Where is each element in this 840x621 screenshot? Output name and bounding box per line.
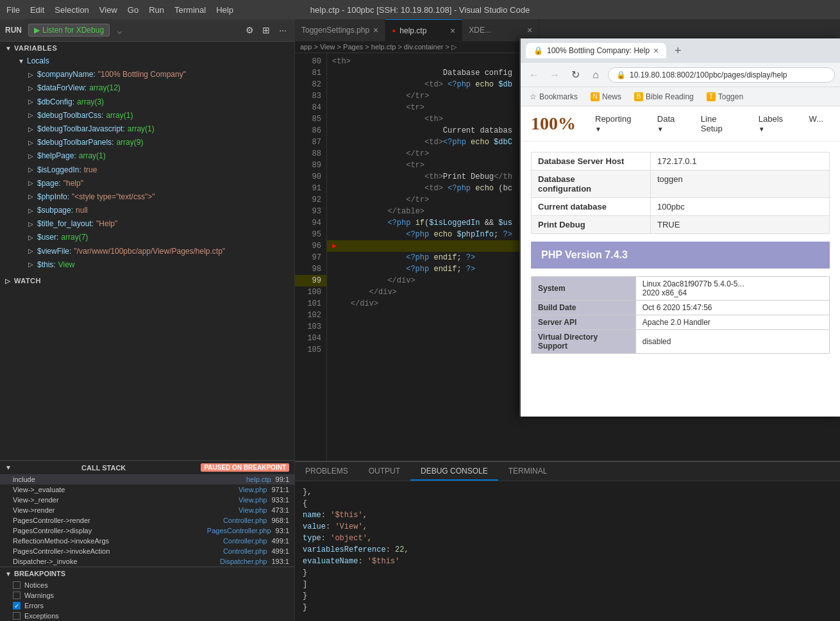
run-label: RUN [5, 26, 22, 35]
ln-105: 105 [295, 344, 326, 356]
ln-99: 99 [295, 275, 326, 286]
menu-go[interactable]: Go [128, 5, 139, 15]
breakpoints-expand-icon: ▼ [5, 570, 12, 577]
bp-errors[interactable]: ✓ Errors [0, 600, 294, 611]
var-item-8[interactable]: ▷ $page: "help" [0, 177, 294, 190]
expand-icon: ▷ [28, 124, 35, 135]
ln-101: 101 [295, 298, 326, 310]
bottom-tab-bar: PROBLEMS OUTPUT DEBUG CONSOLE TERMINAL [295, 462, 840, 481]
stack-item-7[interactable]: PagesController->invokeAction Controller… [0, 546, 294, 556]
menu-file[interactable]: File [6, 5, 20, 15]
var-item-13[interactable]: ▷ $viewFile: "/var/www/100pbc/app/View/P… [0, 245, 294, 258]
expand-icon: ▷ [28, 192, 35, 202]
browser-tab-close-btn[interactable]: × [653, 46, 659, 56]
stack-item-0[interactable]: include help.ctp 99:1 [0, 474, 294, 484]
tab-close-help[interactable]: × [450, 26, 455, 36]
tab-close-toggen[interactable]: × [373, 25, 378, 35]
main-layout: RUN ▶ Listen for XDebug ⌄ ⚙ ⊞ ··· ▼ VARI… [0, 19, 840, 621]
var-item-10[interactable]: ▷ $subpage: null [0, 204, 294, 217]
sys-key-1: Build Date [532, 301, 636, 315]
new-tab-button[interactable]: + [670, 43, 685, 58]
menu-selection[interactable]: Selection [55, 5, 88, 15]
stack-item-4[interactable]: PagesController->render Controller.php 9… [0, 515, 294, 526]
tab-toggen-settings[interactable]: ToggenSettings.php × [295, 19, 385, 41]
ln-104: 104 [295, 333, 326, 344]
forward-button[interactable]: → [546, 67, 563, 83]
menu-terminal[interactable]: Terminal [174, 5, 206, 15]
var-item-11[interactable]: ▷ $title_for_layout: "Help" [0, 217, 294, 231]
chevron-down-icon[interactable]: ⌄ [115, 23, 124, 37]
stack-item-2[interactable]: View->_render View.php 933:1 [0, 495, 294, 505]
var-item-9[interactable]: ▷ $phpInfo: "<style type="text/css">" [0, 190, 294, 204]
bible-bookmark-icon: B [634, 92, 643, 101]
var-item-0[interactable]: ▷ $companyName: "100% Bottling Company" [0, 68, 294, 81]
stack-item-3[interactable]: View->render View.php 473:1 [0, 505, 294, 515]
nav-line-setup[interactable]: Line Setup [694, 112, 747, 136]
browser-content: 100% Reporting Data Line Setup Labels W.… [521, 106, 840, 417]
call-stack-header[interactable]: ▼ CALL STACK PAUSED ON BREAKPOINT [0, 461, 294, 474]
stack-item-5[interactable]: PagesController->display PagesController… [0, 526, 294, 536]
bookmark-bible[interactable]: B Bible Reading [630, 91, 698, 103]
home-button[interactable]: ⌂ [587, 67, 604, 83]
more-icon[interactable]: ··· [276, 24, 289, 37]
browser-active-tab[interactable]: 🔒 100% Bottling Company: Help × [526, 43, 666, 58]
db-server-label: Database Server Host [532, 153, 651, 170]
var-item-1[interactable]: ▷ $dataForView: array(12) [0, 81, 294, 95]
tab-output[interactable]: OUTPUT [358, 462, 410, 481]
bookmark-bookmarks[interactable]: ☆ Bookmarks [526, 91, 582, 103]
view-icon[interactable]: ⊞ [260, 24, 273, 37]
bookmark-news[interactable]: N News [587, 91, 625, 103]
var-item-6[interactable]: ▷ $helpPage: array(1) [0, 149, 294, 163]
expand-icon: ▷ [28, 83, 35, 94]
breakpoints-header[interactable]: ▼ BREAKPOINTS [0, 567, 294, 580]
tab-debug-console[interactable]: DEBUG CONSOLE [410, 462, 498, 481]
tab-terminal[interactable]: TERMINAL [498, 462, 558, 481]
nav-labels[interactable]: Labels [752, 112, 798, 136]
bp-notices-checkbox[interactable] [13, 581, 21, 589]
back-button[interactable]: ← [526, 67, 542, 83]
variables-header[interactable]: ▼ VARIABLES [0, 42, 294, 54]
system-info-table: System Linux 20ac81f9077b 5.4.0-5...2020… [531, 276, 830, 354]
bookmark-toggen[interactable]: T Toggen [703, 91, 747, 103]
nav-reporting[interactable]: Reporting [589, 112, 646, 136]
run-debug-button[interactable]: ▶ Listen for XDebug [28, 24, 110, 37]
tab-close-xde[interactable]: × [527, 25, 532, 35]
sys-key-3: Virtual Directory Support [532, 330, 636, 354]
ln-100: 100 [295, 286, 326, 298]
bottom-panel: PROBLEMS OUTPUT DEBUG CONSOLE TERMINAL }… [295, 461, 840, 621]
expand-icon: ▷ [28, 260, 35, 270]
bp-exceptions[interactable]: Exceptions [0, 611, 294, 621]
refresh-button[interactable]: ↻ [567, 67, 584, 83]
tab-help-ctp[interactable]: ● help.ctp × [385, 19, 462, 41]
var-item-7[interactable]: ▷ $isLoggedIn: true [0, 163, 294, 177]
watch-header[interactable]: ▷ WATCH [0, 274, 294, 287]
menu-run[interactable]: Run [149, 5, 164, 15]
menu-bar[interactable]: File Edit Selection View Go Run Terminal… [6, 5, 233, 15]
settings-icon[interactable]: ⚙ [243, 24, 256, 37]
var-item-12[interactable]: ▷ $user: array(7) [0, 231, 294, 244]
var-item-3[interactable]: ▷ $debugToolbarCss: array(1) [0, 109, 294, 122]
tab-xde[interactable]: XDE... × [462, 19, 539, 41]
menu-view[interactable]: View [99, 5, 117, 15]
bp-warnings[interactable]: Warnings [0, 590, 294, 600]
bp-errors-checkbox[interactable]: ✓ [13, 602, 21, 609]
menu-edit[interactable]: Edit [30, 5, 44, 15]
stack-item-6[interactable]: ReflectionMethod->invokeArgs Controller.… [0, 536, 294, 546]
locals-group[interactable]: ▼ Locals [0, 54, 294, 68]
nav-more[interactable]: W... [803, 112, 830, 136]
tab-problems[interactable]: PROBLEMS [295, 462, 358, 481]
menu-help[interactable]: Help [216, 5, 233, 15]
bp-warnings-checkbox[interactable] [13, 592, 21, 599]
nav-data[interactable]: Data [651, 112, 689, 136]
var-item-14[interactable]: ▷ $this: View [0, 258, 294, 272]
address-bar[interactable]: 🔒 10.19.80.108:8002/100pbc/pages/display… [608, 67, 835, 83]
expand-icon: ▷ [28, 219, 35, 229]
bp-exceptions-checkbox[interactable] [13, 612, 21, 620]
stack-item-8[interactable]: Dispatcher->_invoke Dispatcher.php 193:1 [0, 556, 294, 567]
var-item-2[interactable]: ▷ $dbConfig: array(3) [0, 95, 294, 109]
var-item-5[interactable]: ▷ $debugToolbarPanels: array(9) [0, 136, 294, 149]
bp-notices[interactable]: Notices [0, 580, 294, 590]
var-item-4[interactable]: ▷ $debugToolbarJavascript: array(1) [0, 122, 294, 136]
app-nav: Reporting Data Line Setup Labels W... [589, 112, 830, 136]
stack-item-1[interactable]: View->_evaluate View.php 971:1 [0, 484, 294, 495]
